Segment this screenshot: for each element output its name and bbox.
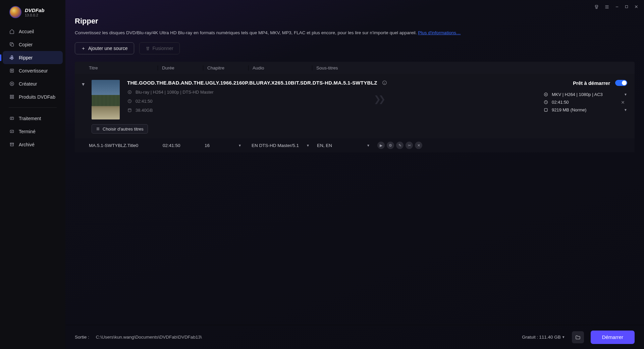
free-space[interactable]: Gratuit : 111.40 GB▼ [522, 335, 565, 340]
maximize-icon[interactable] [625, 5, 629, 9]
svg-rect-9 [10, 117, 13, 120]
svg-rect-5 [10, 95, 11, 97]
svg-point-16 [128, 91, 131, 94]
products-icon [9, 94, 15, 99]
svg-rect-6 [12, 95, 13, 97]
main-panel: Ripper Convertissez les disques DVD/Blu-… [65, 0, 644, 349]
home-icon [9, 29, 15, 34]
sidebar-item-ripper[interactable]: Ripper [3, 51, 63, 64]
primary-nav: Accueil Copier Ripper Convertisseur Créa… [0, 25, 65, 151]
col-chapter: Chapitre [203, 65, 248, 70]
output-path[interactable]: C:\Users\kun.wang\Documents\DVDFab\DVDFa… [96, 335, 515, 340]
svg-rect-0 [11, 44, 14, 46]
title-row-actions: ▶ ⚙ ✎ ✂ ✕ [377, 142, 422, 149]
minimize-icon[interactable] [615, 5, 619, 9]
storage-icon [543, 108, 548, 112]
svg-rect-13 [596, 7, 597, 8]
sidebar-item-label: Convertisseur [19, 68, 48, 73]
sidebar-item-createur[interactable]: Créateur [3, 77, 63, 90]
sidebar-item-label: Traitement [19, 116, 41, 121]
title-row-subs-select[interactable]: EN, EN▼ [317, 143, 377, 148]
app-logo-icon [9, 6, 21, 18]
title-row[interactable]: MA.5.1-SWTYBLZ.Title0 02:41:50 16▼ EN DT… [75, 138, 635, 152]
col-subtitles: Sous-titres [312, 65, 379, 70]
output-label: Sortie : [75, 335, 89, 340]
ripper-icon [9, 55, 15, 60]
svg-rect-11 [10, 143, 13, 144]
output-format-select[interactable]: MKV | H264 | 1080p | AC3▼ [552, 92, 627, 97]
edit-icon[interactable]: ✎ [396, 142, 404, 149]
browse-folder-icon[interactable] [572, 331, 584, 343]
svg-point-21 [545, 94, 546, 95]
more-info-link[interactable]: Plus d'informations… [418, 30, 461, 35]
chevron-down-icon: ▼ [624, 93, 627, 96]
logo-block: DVDFab 13.0.0.2 [0, 6, 65, 18]
svg-rect-14 [626, 6, 628, 8]
svg-rect-7 [10, 97, 11, 99]
source-size: 38.40GB [136, 108, 153, 113]
add-source-button[interactable]: Ajouter une source [75, 42, 134, 54]
svg-rect-2 [10, 69, 13, 72]
title-row-name: MA.5.1-SWTYBLZ.Title0 [89, 143, 163, 148]
copy-icon [9, 42, 15, 47]
sidebar-item-label: Accueil [19, 29, 34, 34]
play-preview-icon[interactable]: ▶ [377, 142, 385, 149]
nav-separator [9, 107, 57, 108]
svg-rect-12 [595, 5, 598, 7]
col-title: Titre [89, 65, 158, 70]
titlebar [65, 0, 644, 13]
converter-icon [9, 68, 15, 73]
output-size-select[interactable]: 9219 MB (Norme)▼ [552, 107, 627, 112]
sidebar-item-convertisseur[interactable]: Convertisseur [3, 64, 63, 77]
sidebar-item-traitement[interactable]: Traitement [3, 112, 63, 125]
svg-point-19 [128, 109, 131, 110]
sidebar-item-produits[interactable]: Produits DVDFab [3, 90, 63, 103]
list-icon [96, 127, 100, 131]
title-row-chapter-select[interactable]: 16▼ [205, 143, 252, 148]
svg-point-20 [544, 93, 548, 96]
sidebar-item-accueil[interactable]: Accueil [3, 25, 63, 38]
chevron-down-icon: ▼ [238, 144, 241, 147]
source-thumbnail[interactable] [92, 80, 120, 119]
sidebar-item-termine[interactable]: Terminé [3, 125, 63, 138]
app-version: 13.0.0.2 [25, 13, 44, 17]
chevron-down-icon: ▼ [562, 335, 565, 339]
footer-bar: Sortie : C:\Users\kun.wang\Documents\DVD… [65, 325, 644, 349]
delete-icon[interactable]: ✕ [415, 142, 422, 149]
archive-icon [9, 142, 15, 147]
info-icon[interactable] [382, 80, 387, 85]
start-button[interactable]: Démarrer [591, 331, 635, 344]
task-title: THE.GOOD.THE.BAD.AND.THE.UGLY.1966.2160P… [127, 80, 377, 86]
menu-icon[interactable] [604, 4, 609, 9]
crop-icon[interactable]: ✂ [406, 142, 413, 149]
sidebar-item-archive[interactable]: Archivé [3, 138, 63, 151]
merge-button: Fusionner [139, 42, 180, 54]
sidebar-item-label: Archivé [19, 142, 35, 147]
toolbar: Ajouter une source Fusionner [75, 42, 635, 54]
sidebar-item-copier[interactable]: Copier [3, 38, 63, 51]
choose-titles-button[interactable]: Choisir d'autres titres [92, 124, 148, 134]
pin-icon[interactable] [594, 4, 599, 9]
page-header: Ripper Convertissez les disques DVD/Blu-… [65, 13, 644, 62]
svg-point-4 [11, 83, 12, 85]
sidebar-item-label: Ripper [19, 55, 33, 60]
settings-icon[interactable]: ⚙ [387, 142, 394, 149]
remove-task-icon[interactable] [621, 100, 625, 105]
svg-point-3 [10, 82, 13, 86]
page-description: Convertissez les disques DVD/Blu-ray/4K … [75, 30, 635, 36]
close-icon[interactable] [634, 4, 639, 9]
collapse-toggle-icon[interactable]: ▸ [80, 83, 87, 86]
source-duration: 02:41:50 [136, 99, 153, 104]
merge-icon [146, 46, 150, 51]
sidebar-item-label: Copier [19, 42, 33, 47]
content-area: Titre Durée Chapitre Audio Sous-titres ▸… [65, 62, 644, 325]
title-row-audio-select[interactable]: EN DTS-HD Master/5.1▼ [252, 143, 317, 148]
chevron-down-icon: ▼ [367, 144, 370, 147]
ready-status: Prêt à démarrer [573, 80, 627, 86]
enable-toggle[interactable] [615, 80, 627, 86]
svg-point-17 [129, 92, 130, 93]
task-info: THE.GOOD.THE.BAD.AND.THE.UGLY.1966.2160P… [120, 80, 543, 119]
sidebar-item-label: Créateur [19, 81, 37, 87]
disc-icon [127, 90, 132, 94]
col-audio: Audio [248, 65, 312, 70]
